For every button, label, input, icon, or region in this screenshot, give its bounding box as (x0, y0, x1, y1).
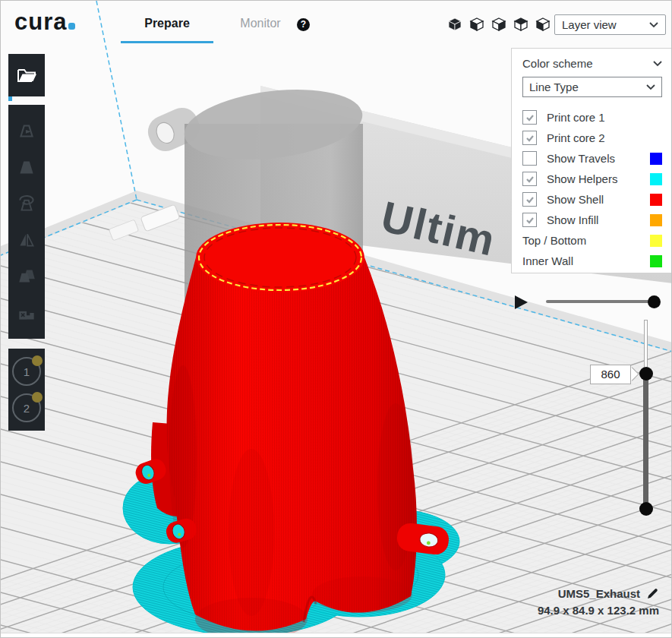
cura-window: Ultim (0, 0, 672, 638)
view-mode-dropdown[interactable]: Layer view (554, 14, 666, 35)
helpers-color-swatch (650, 173, 662, 185)
color-scheme-title: Color scheme (522, 57, 593, 70)
model-top-rim (196, 223, 364, 292)
legend-rows: Print core 1 Print core 2 Show Travels (522, 107, 662, 271)
view-right-icon[interactable] (535, 17, 551, 32)
cura-logo: cura (14, 10, 75, 33)
legend-row-print-core-2: Print core 2 (522, 128, 662, 148)
rename-pencil-icon[interactable] (646, 587, 659, 600)
legend-row-top-bottom: Top / Bottom (522, 230, 662, 251)
infill-color-swatch (650, 214, 662, 226)
path-slider-handle[interactable] (648, 295, 661, 308)
inner-wall-color-swatch (650, 255, 662, 267)
extruder-2-button[interactable]: 2 (12, 393, 41, 422)
checkbox-print-core-2[interactable] (522, 131, 537, 145)
legend-row-inner-wall: Inner Wall (522, 251, 662, 271)
support-blocker-icon[interactable] (16, 302, 37, 324)
extruder-buttons: 1 2 (8, 349, 45, 431)
view-top-icon[interactable] (491, 17, 506, 32)
legend-row-show-shell: Show Shell (522, 189, 662, 210)
model-name: UMS5_Exhaust (558, 587, 640, 600)
rotate-tool-icon[interactable] (16, 193, 37, 214)
chevron-down-icon (653, 61, 662, 67)
mirror-tool-icon[interactable] (16, 229, 37, 251)
toolbar-accent-mark (8, 96, 12, 101)
monitor-help-icon[interactable]: ? (297, 18, 310, 31)
shell-color-swatch (650, 194, 662, 206)
check-icon (525, 134, 535, 143)
extruder-1-button[interactable]: 1 (12, 357, 41, 386)
layer-slider-handle-top[interactable] (639, 367, 653, 381)
tab-active-underline (121, 41, 213, 43)
chevron-down-icon (649, 22, 658, 28)
camera-view-buttons (447, 17, 551, 32)
tool-buttons (8, 105, 45, 339)
model-dimensions: 94.9 x 84.9 x 123.2 mm (538, 604, 659, 617)
checkbox-print-core-1[interactable] (522, 110, 537, 125)
checkbox-show-travels[interactable] (522, 151, 537, 166)
check-icon (525, 216, 535, 225)
move-tool-icon[interactable] (16, 120, 37, 141)
scale-tool-icon[interactable] (16, 156, 37, 178)
window-bottom-edge (1, 633, 671, 637)
color-scheme-header[interactable]: Color scheme (522, 57, 662, 70)
layer-slider-track-lower[interactable] (643, 373, 648, 510)
legend-row-show-helpers: Show Helpers (522, 169, 662, 189)
path-slider-track[interactable] (546, 300, 658, 303)
color-scheme-dropdown[interactable]: Line Type (522, 77, 662, 97)
legend-row-print-core-1: Print core 1 (522, 107, 662, 128)
checkbox-show-helpers[interactable] (522, 172, 537, 186)
legend-row-show-infill: Show Infill (522, 210, 662, 230)
view-left-icon[interactable] (513, 17, 528, 32)
open-folder-icon (16, 66, 37, 84)
check-icon (525, 195, 535, 204)
view-3d-icon[interactable] (447, 17, 462, 32)
model-info: UMS5_Exhaust 94.9 x 84.9 x 123.2 mm (538, 587, 659, 617)
view-mode-value: Layer view (562, 18, 649, 31)
chevron-down-icon (646, 84, 655, 90)
layer-slider-track-upper[interactable] (644, 320, 648, 373)
checkbox-show-shell[interactable] (522, 192, 537, 207)
travels-color-swatch (650, 153, 662, 165)
logo-dot-icon (68, 23, 75, 30)
material-color-dot (32, 355, 43, 366)
legend-row-show-travels: Show Travels (522, 148, 662, 169)
material-color-dot (32, 392, 43, 403)
layer-play-button[interactable] (515, 295, 528, 309)
tab-monitor[interactable]: Monitor (226, 17, 295, 30)
check-icon (525, 175, 535, 184)
open-file-button[interactable] (8, 54, 45, 96)
layer-view-panel: Color scheme Line Type Print core 1 (511, 48, 672, 273)
check-icon (525, 113, 535, 122)
checkbox-show-infill[interactable] (522, 213, 537, 227)
view-front-icon[interactable] (469, 17, 484, 32)
tab-prepare[interactable]: Prepare (121, 17, 213, 30)
color-scheme-value: Line Type (529, 81, 646, 93)
layer-number-tooltip: 860 (590, 365, 631, 384)
per-model-settings-icon[interactable] (16, 266, 37, 287)
top-bottom-color-swatch (650, 235, 662, 247)
layer-slider-handle-bottom[interactable] (639, 502, 653, 516)
